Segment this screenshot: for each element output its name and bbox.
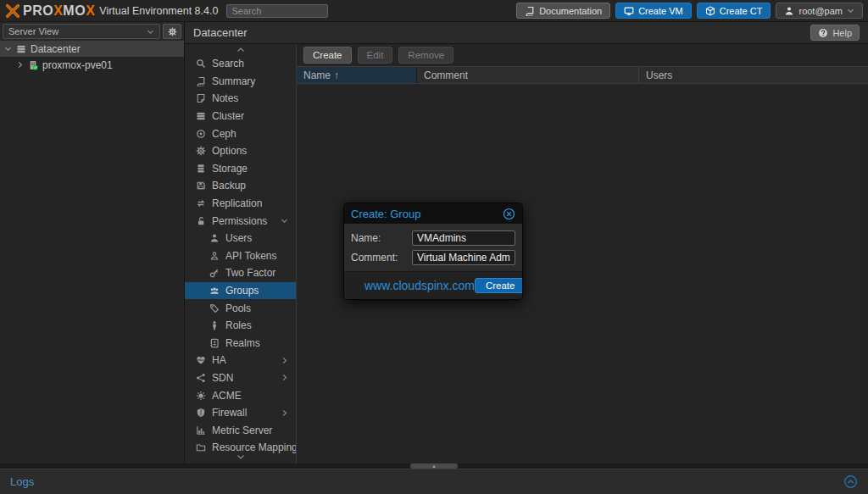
cluster-icon [196,111,206,121]
sidebar-item-backup[interactable]: Backup [185,177,296,195]
sort-asc-icon: ↑ [334,69,339,81]
chevron-right-icon [281,357,288,364]
unlock-icon [196,216,206,226]
sidebar-item-users[interactable]: Users [185,230,296,247]
question-icon [818,28,828,38]
book-icon [196,76,206,86]
dialog-footer: www.cloudspinx.com Create [344,271,522,299]
dialog-create-button[interactable]: Create [475,278,523,293]
node-online-icon [28,60,38,70]
chevron-down-icon [4,45,12,53]
floppy-icon [196,180,206,191]
certificate-seal-icon [196,391,206,401]
version-subtitle: Virtual Environment 8.4.0 [99,5,218,17]
sidebar-item-acme[interactable]: ACME [185,386,296,404]
bar-chart-icon [196,425,206,436]
comment-field-label: Comment: [351,252,412,264]
edit-group-button[interactable]: Edit [358,47,393,64]
page-title: Datacenter [193,26,248,39]
chevron-down-icon [147,28,154,36]
sidebar-item-roles[interactable]: Roles [185,317,296,335]
expand-logs-icon[interactable] [843,475,858,489]
dialog-body: Name: Comment: [344,224,522,271]
tree-settings-button[interactable] [163,24,181,39]
gear-icon [168,27,177,36]
monitor-icon [624,6,634,16]
group-comment-input[interactable] [412,250,515,265]
sidebar-item-notes[interactable]: Notes [185,90,296,108]
ceph-icon [196,129,206,139]
chevron-right-icon [281,409,288,417]
datacenter-icon [16,44,26,54]
logs-label: Logs [10,475,34,488]
create-vm-button[interactable]: Create VM [615,3,692,19]
logo-wordmark: PROXMOX [23,3,95,19]
chevron-up-icon [236,46,245,54]
sidebar-item-storage[interactable]: Storage [185,160,296,178]
sidebar-item-api-tokens[interactable]: API Tokens [185,247,296,265]
proxmox-x-logo-icon [5,3,20,19]
group-name-input[interactable] [412,230,515,246]
watermark-text: www.cloudspinx.com [364,279,475,292]
gear-icon [196,146,206,156]
column-header-name[interactable]: Name ↑ [297,67,417,83]
menu-scroll-up[interactable] [185,44,296,55]
groups-toolbar: Create Edit Remove [297,44,868,66]
help-button[interactable]: Help [810,25,860,41]
remove-group-button[interactable]: Remove [398,47,453,64]
close-icon[interactable] [503,208,515,220]
view-select[interactable]: Server View [3,24,160,39]
user-menu-button[interactable]: root@pam [776,3,863,19]
person-icon [209,320,220,330]
global-search-input[interactable] [226,4,328,18]
create-ct-button[interactable]: Create CT [697,3,771,19]
replication-icon [196,198,206,208]
sidebar-item-search[interactable]: Search [185,55,296,73]
config-menu: Search Summary Notes Cluster Ceph Option… [185,44,297,463]
tags-icon [209,303,220,314]
top-bar: PROXMOX Virtual Environment 8.4.0 Docume… [0,0,868,22]
sidebar-item-replication[interactable]: Replication [185,195,296,213]
chevron-down-icon [236,452,245,461]
sidebar-item-metric-server[interactable]: Metric Server [185,421,296,439]
shield-icon [196,408,206,418]
create-group-button[interactable]: Create [303,47,352,64]
name-field-label: Name: [351,232,412,244]
logs-bar[interactable]: Logs [0,469,868,494]
splitter-handle[interactable]: ▲ [410,463,458,469]
sidebar-item-ceph[interactable]: Ceph [185,125,296,142]
sidebar-item-sdn[interactable]: SDN [185,369,296,387]
note-icon [196,93,206,103]
chevron-down-icon [847,7,854,14]
network-nodes-icon [196,373,206,383]
chevron-right-icon [16,61,24,69]
user-icon [209,233,220,243]
sidebar-item-realms[interactable]: Realms [185,335,296,352]
storage-icon [196,164,206,174]
tree-node-datacenter[interactable]: Datacenter [0,41,184,57]
sidebar-item-groups[interactable]: Groups [185,282,296,300]
key-icon [209,268,220,278]
create-group-dialog: Create: Group Name: Comment: www.cloudsp… [343,203,523,300]
panel-splitter: ▲ [0,463,868,469]
dialog-header[interactable]: Create: Group [344,203,522,224]
sidebar-item-cluster[interactable]: Cluster [185,108,296,125]
sidebar-item-ha[interactable]: HA [185,352,296,369]
sidebar-item-firewall[interactable]: Firewall [185,404,296,422]
sidebar-item-pools[interactable]: Pools [185,299,296,317]
user-icon [784,6,794,16]
sidebar-item-summary[interactable]: Summary [185,73,296,91]
book-icon [525,6,535,16]
column-header-users[interactable]: Users [639,67,868,83]
menu-scroll-down[interactable] [185,452,296,462]
content-header: Datacenter Help [185,22,868,44]
groups-table-header: Name ↑ Comment Users [297,66,868,84]
documentation-button[interactable]: Documentation [516,3,610,19]
tree-node-proxmox-pve01[interactable]: proxmox-pve01 [0,57,184,73]
sidebar-item-permissions[interactable]: Permissions [185,212,296,230]
column-header-comment[interactable]: Comment [417,67,639,83]
user-outline-icon [209,251,220,261]
chevron-right-icon [281,374,288,381]
sidebar-item-two-factor[interactable]: Two Factor [185,264,296,282]
sidebar-item-options[interactable]: Options [185,142,296,160]
